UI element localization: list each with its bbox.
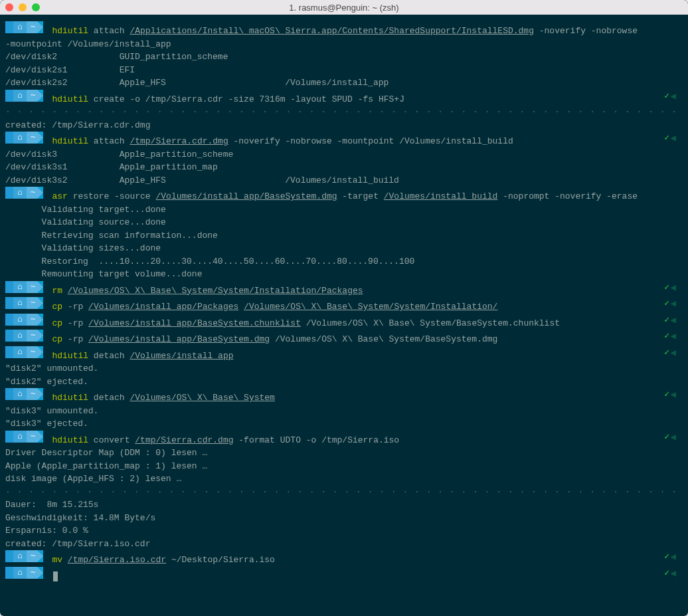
- tilde-segment: ~: [27, 314, 37, 326]
- command-name: hdiutil: [52, 351, 88, 361]
- command-line: ⌂~ hdiutil attach /tmp/Sierra.cdr.dmg -n…: [5, 132, 683, 148]
- path-arg: /Volumes/install_app: [129, 351, 233, 361]
- command-line: ⌂~ cp -rp /Volumes/install_app/Packages …: [5, 297, 683, 314]
- command-name: cp: [52, 318, 62, 328]
- output-line: -mountpoint /Volumes/install_app: [5, 38, 683, 51]
- tilde-segment: ~: [27, 187, 37, 199]
- tilde-segment: ~: [27, 567, 37, 579]
- path-arg: /Volumes/install_app/BaseSystem.chunklis…: [88, 318, 301, 328]
- status-bg: ◀: [671, 314, 676, 328]
- command-name: cp: [52, 302, 62, 312]
- cursor: [53, 571, 58, 581]
- command-name: rm: [52, 286, 62, 296]
- command-args: -target: [337, 191, 384, 201]
- command-args: -format UDTO -o /tmp/Sierra.iso: [234, 435, 400, 445]
- output-line: /dev/disk3s2 Apple_HFS /Volumes/install_…: [5, 174, 683, 187]
- separator-dots: · · · · · · · · · · · · · · · · · · · · …: [5, 106, 683, 119]
- output-line: Validating target...done: [5, 203, 683, 217]
- path-arg: /Volumes/install_app/Packages: [88, 302, 238, 312]
- command-args: -rp: [68, 334, 88, 344]
- check-icon: ✓: [664, 431, 669, 444]
- command-name: hdiutil: [52, 393, 88, 403]
- output-line: Remounting target volume...done: [5, 268, 683, 281]
- path-arg: /Volumes/OS\ X\ Base\ System/System/Inst…: [68, 286, 363, 296]
- apple-icon: [5, 132, 13, 144]
- close-icon[interactable]: [5, 3, 13, 11]
- apple-icon: [5, 330, 13, 342]
- output-line: Geschwindigkeit: 14.8M Byte/s: [5, 512, 683, 525]
- prompt-line[interactable]: ⌂~ ◀✓: [5, 567, 683, 583]
- path-arg: /Volumes/install_build: [384, 191, 498, 201]
- titlebar[interactable]: 1. rasmus@Penguin: ~ (zsh): [0, 0, 688, 15]
- status-bg: ◀: [671, 330, 676, 344]
- apple-icon: [5, 314, 13, 326]
- home-icon: ⌂: [13, 297, 27, 309]
- command-args: create -o /tmp/Sierra.cdr -size 7316m -l…: [94, 94, 404, 104]
- command-name: mv: [52, 555, 62, 565]
- command-args: -rp: [68, 302, 88, 312]
- minimize-icon[interactable]: [19, 3, 27, 11]
- command-args: detach: [94, 351, 130, 361]
- tilde-segment: ~: [27, 281, 37, 293]
- status-bg: ◀: [671, 431, 676, 445]
- check-icon: ✓: [664, 346, 669, 359]
- apple-icon: [5, 567, 13, 579]
- path-arg: /Volumes/install_app/BaseSystem.dmg: [155, 191, 337, 201]
- tilde-segment: ~: [27, 132, 37, 144]
- output-line: Dauer: 8m 15.215s: [5, 498, 683, 512]
- output-line: Apple (Apple_partition_map : 1) lesen …: [5, 460, 683, 473]
- command-args: [238, 302, 244, 312]
- home-icon: ⌂: [13, 132, 27, 144]
- output-line: "disk3" ejected.: [5, 417, 683, 431]
- home-icon: ⌂: [13, 567, 27, 579]
- command-line: ⌂~ hdiutil detach /Volumes/OS\ X\ Base\ …: [5, 388, 683, 405]
- output-line: /dev/disk2s1 EFI: [5, 64, 683, 77]
- command-name: hdiutil: [52, 26, 88, 36]
- command-line: ⌂~ mv /tmp/Sierra.iso.cdr ~/Desktop/Sier…: [5, 550, 683, 567]
- command-name: asr: [52, 191, 67, 201]
- command-line: ⌂~ cp -rp /Volumes/install_app/BaseSyste…: [5, 314, 683, 330]
- path-arg: /tmp/Sierra.cdr.dmg: [129, 136, 228, 146]
- command-name: cp: [52, 334, 62, 344]
- command-line: ⌂~ hdiutil create -o /tmp/Sierra.cdr -si…: [5, 90, 683, 106]
- output-line: disk image (Apple_HFS : 2) lesen …: [5, 472, 683, 486]
- command-args: -noverify -nobrowse: [534, 26, 638, 36]
- tilde-segment: ~: [27, 21, 37, 33]
- command-args: attach: [94, 26, 130, 36]
- home-icon: ⌂: [13, 550, 27, 562]
- window-title: 1. rasmus@Penguin: ~ (zsh): [0, 3, 688, 13]
- check-icon: ✓: [664, 550, 669, 564]
- command-args: -rp: [68, 318, 88, 328]
- terminal-window: 1. rasmus@Penguin: ~ (zsh) ⌂~ hdiutil at…: [0, 0, 688, 616]
- apple-icon: [5, 187, 13, 199]
- tilde-segment: ~: [27, 388, 37, 400]
- path-arg: /Volumes/OS\ X\ Base\ System/System/Inst…: [244, 302, 497, 312]
- apple-icon: [5, 21, 13, 33]
- prompt-badge: ⌂~: [5, 90, 43, 102]
- terminal-content[interactable]: ⌂~ hdiutil attach /Applications/Install\…: [0, 15, 688, 616]
- command-args: -noverify -nobrowse -mountpoint /Volumes…: [228, 136, 513, 146]
- prompt-badge: ⌂~: [5, 281, 43, 293]
- status-bg: ◀: [671, 567, 676, 581]
- zoom-icon[interactable]: [32, 3, 40, 11]
- output-line: /dev/disk3 Apple_partition_scheme: [5, 148, 683, 161]
- command-args: detach: [94, 393, 130, 403]
- home-icon: ⌂: [13, 281, 27, 293]
- output-line: Retrieving scan information...done: [5, 229, 683, 243]
- output-line: Ersparnis: 0.0 %: [5, 524, 683, 538]
- status-bg: ◀: [671, 281, 676, 295]
- tilde-segment: ~: [27, 297, 37, 309]
- status-bg: ◀: [671, 297, 676, 311]
- tilde-segment: ~: [27, 90, 37, 102]
- path-arg: /Applications/Install\ macOS\ Sierra.app…: [129, 26, 534, 36]
- prompt-badge: ⌂~: [5, 132, 43, 144]
- output-line: "disk2" unmounted.: [5, 362, 683, 375]
- output-line: created: /tmp/Sierra.iso.cdr: [5, 538, 683, 551]
- status-bg: ◀: [671, 132, 676, 146]
- status-bg: ◀: [671, 388, 676, 402]
- command-args: convert: [94, 435, 135, 445]
- command-line: ⌂~ hdiutil attach /Applications/Install\…: [5, 21, 683, 38]
- prompt-badge: ⌂~: [5, 187, 43, 199]
- command-args: /Volumes/OS\ X\ Base\ System/BaseSystem.…: [270, 334, 497, 344]
- output-line: Validating sizes...done: [5, 242, 683, 255]
